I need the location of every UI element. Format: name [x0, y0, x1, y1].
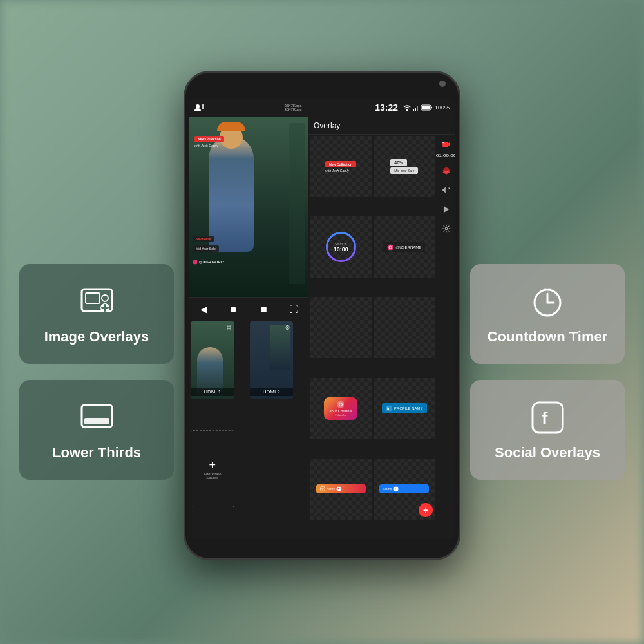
gear-svg: [442, 224, 451, 233]
instagram-username: @JOSH GATELY: [199, 260, 224, 264]
overlay-cell-instagram-bar[interactable]: Name: [310, 459, 372, 520]
svg-text:in: in: [387, 406, 391, 410]
svg-point-50: [445, 227, 448, 230]
channel-name: Your Channel: [329, 409, 352, 413]
svg-rect-25: [431, 107, 432, 109]
lower-third-icon: [77, 398, 116, 437]
layers-svg: [442, 166, 451, 175]
battery-pct: 100%: [435, 104, 450, 111]
svg-point-39: [321, 488, 323, 490]
lower-thirds-label: Lower Thirds: [52, 444, 141, 461]
mute-icon[interactable]: [439, 183, 453, 197]
instagram-small-icon: [387, 244, 393, 251]
svg-rect-34: [337, 401, 344, 408]
overlay-cell-countdown[interactable]: Starts in 10:00: [310, 216, 372, 278]
lower-thirds-card[interactable]: Lower Thirds: [19, 380, 174, 480]
overlay-username-text: @USERNAME: [395, 245, 421, 249]
overlay-instagram-channel: Your Channel Follow Us: [324, 397, 357, 420]
phone-screen: 3647Kbps 3647Kbps 13:22: [189, 99, 455, 539]
svg-rect-20: [415, 108, 416, 111]
status-right: 100%: [403, 104, 450, 111]
overlay-sale-pct: 40%: [390, 159, 407, 166]
status-bar: 3647Kbps 3647Kbps 13:22: [189, 99, 455, 117]
add-video-source-button[interactable]: + Add Video Source: [191, 430, 234, 507]
overlay-panel: Overlay New Collection with Josh Gately: [308, 117, 455, 539]
main-preview: New Collection with Josh Gately Save 40%…: [189, 117, 308, 297]
overlay-cell-username[interactable]: @USERNAME: [374, 216, 436, 278]
overlay-mid-year: Mid Year Sale: [390, 167, 418, 174]
image-overlays-card[interactable]: Image Overlays: [19, 264, 174, 364]
social-overlays-card[interactable]: f Social Overlays: [470, 380, 625, 480]
svg-marker-45: [448, 142, 450, 147]
ig-bar-logo: [336, 486, 341, 491]
hdmi1-thumb[interactable]: ⚙ HDMI 1: [191, 321, 234, 399]
svg-point-14: [196, 104, 200, 108]
hdmi2-settings[interactable]: ⚙: [285, 324, 290, 331]
image-overlays-label: Image Overlays: [44, 328, 149, 345]
video-icon: [442, 140, 451, 149]
svg-rect-11: [84, 418, 109, 424]
overlay-with-name: with Josh Gately: [325, 169, 349, 173]
overlay-cell-empty-2[interactable]: [374, 297, 436, 358]
layers-icon[interactable]: [439, 164, 453, 178]
instagram-handle: @JOSH GATELY: [193, 260, 224, 265]
svg-point-2: [102, 295, 108, 301]
fullscreen-button[interactable]: ⛶: [289, 304, 298, 314]
play-sidebar-icon[interactable]: [439, 202, 453, 216]
overlay-username-badge: @USERNAME: [383, 242, 425, 252]
channel-follow: Follow Us: [335, 413, 346, 417]
svg-point-41: [338, 488, 340, 490]
camera-dot: [439, 80, 446, 87]
fb-bar-icon: f: [393, 486, 399, 491]
add-source-label: Add Video Source: [204, 472, 222, 480]
overlay-linkedin-badge: in PROFILE NAME: [382, 403, 427, 413]
svg-rect-22: [419, 105, 419, 111]
stop-button[interactable]: ⏹: [259, 304, 268, 314]
overlay-cell-facebook-bar[interactable]: Name f +: [374, 459, 436, 520]
hdmi2-thumb[interactable]: ⚙ HDMI 2: [250, 321, 294, 399]
record-sidebar-icon[interactable]: [439, 137, 453, 151]
record-button[interactable]: ⏺: [229, 304, 238, 314]
hdmi1-settings[interactable]: ⚙: [226, 324, 232, 331]
svg-point-46: [442, 142, 444, 143]
overlay-cell-instagram-channel[interactable]: Your Channel Follow Us: [310, 378, 372, 439]
add-overlay-button[interactable]: +: [419, 503, 433, 517]
countdown-timer-card[interactable]: Countdown Timer: [470, 264, 625, 364]
social-overlays-label: Social Overlays: [495, 444, 600, 461]
sale-label: Mid Year Sale: [193, 245, 219, 252]
svg-rect-21: [417, 106, 418, 111]
person-icon: [194, 104, 205, 111]
timer-value: 01:00:00: [436, 153, 455, 158]
svg-rect-19: [413, 109, 414, 111]
sale-percentage: Save 40%: [193, 236, 214, 242]
sidebar-icons: 01:00:00: [437, 135, 455, 539]
instagram-channel-icon: [337, 401, 345, 408]
timer-group: 01:00:00: [436, 137, 455, 158]
phone-device: 3647Kbps 3647Kbps 13:22: [184, 71, 460, 560]
facebook-icon: f: [528, 398, 567, 437]
overlay-title: Overlay: [314, 121, 340, 130]
svg-text:f: f: [542, 408, 548, 428]
network-speed-down: 3647Kbps: [285, 108, 302, 111]
overlay-facebook-bar: Name f: [379, 484, 429, 493]
svg-marker-49: [443, 206, 448, 213]
overlay-header: Overlay: [308, 117, 455, 135]
clock-icon: [528, 282, 567, 321]
linkedin-icon: in: [386, 405, 392, 412]
status-time: 13:22: [375, 102, 398, 113]
overlay-cell-linkedin[interactable]: in PROFILE NAME: [374, 378, 436, 439]
video-source-thumbnails: ⚙ HDMI 1 ⚙ HDMI 2 + Add Video Sou: [189, 320, 308, 539]
play-icon: [442, 205, 451, 214]
countdown-timer-label: Countdown Timer: [488, 328, 608, 345]
svg-rect-5: [101, 307, 109, 309]
svg-rect-38: [320, 487, 325, 491]
svg-point-28: [196, 261, 197, 261]
settings-icon[interactable]: [439, 222, 453, 236]
overlay-cell-lower-third-2[interactable]: 40% Mid Year Sale: [374, 136, 436, 197]
image-overlay-icon: [77, 282, 116, 321]
overlay-cell-empty-1[interactable]: [310, 297, 372, 358]
svg-rect-1: [86, 293, 100, 303]
hdmi1-label: HDMI 1: [191, 388, 234, 396]
overlay-cell-lower-third-1[interactable]: New Collection with Josh Gately: [310, 136, 372, 197]
back-button[interactable]: ◀: [200, 304, 207, 314]
